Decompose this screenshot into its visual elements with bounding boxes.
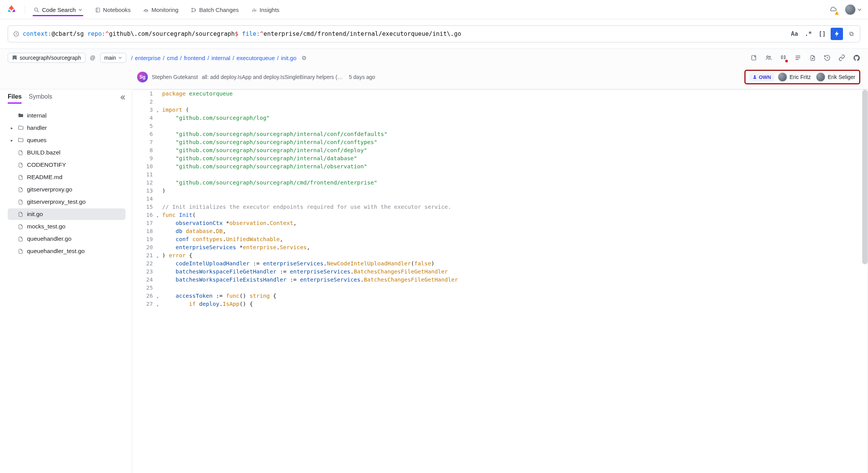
code-line[interactable]: if deploy.IsApp() { (159, 300, 868, 308)
code-line[interactable]: conf conftypes.UnifiedWatchable, (159, 235, 868, 243)
code-line[interactable]: import ( (159, 106, 868, 114)
code-line[interactable]: // Init initializes the executor endpoin… (159, 203, 868, 211)
line-number[interactable]: 3▾ (132, 106, 159, 114)
code-line[interactable]: "github.com/sourcegraph/sourcegraph/inte… (159, 138, 868, 146)
breadcrumb-segment[interactable]: frontend (184, 55, 205, 61)
logo[interactable] (6, 4, 17, 15)
wrap-lines-icon[interactable] (794, 54, 802, 62)
breadcrumb-segment[interactable]: internal (211, 55, 230, 61)
cloud-status-icon[interactable] (829, 5, 837, 14)
nav-insights[interactable]: Insights (250, 3, 280, 16)
breadcrumb-segment[interactable]: executorqueue (236, 55, 275, 61)
code-line[interactable] (159, 195, 868, 203)
tree-file[interactable]: gitserverproxy_test.go (8, 196, 126, 208)
code-line[interactable] (159, 284, 868, 292)
code-line[interactable]: "github.com/sourcegraph/sourcegraph/inte… (159, 146, 868, 154)
sidebar-tab-files[interactable]: Files (8, 91, 22, 104)
line-number[interactable]: 23 (132, 268, 159, 276)
breadcrumb-segment[interactable]: cmd (167, 55, 178, 61)
line-number[interactable]: 24 (132, 276, 159, 284)
history-icon[interactable] (823, 54, 831, 62)
run-search-button[interactable] (831, 28, 843, 40)
regex-toggle[interactable]: .* (803, 29, 814, 39)
structural-toggle[interactable]: [] (817, 29, 828, 39)
line-number[interactable]: 20 (132, 243, 159, 252)
line-number[interactable]: 12 (132, 179, 159, 187)
line-number[interactable]: 16▾ (132, 211, 159, 219)
code-line[interactable]: "github.com/sourcegraph/sourcegraph/inte… (159, 130, 868, 138)
commit-author[interactable]: Stephen Gutekanst (152, 74, 198, 80)
tree-folder[interactable]: ▸queues (8, 134, 126, 146)
code-line[interactable]: db database.DB, (159, 227, 868, 235)
breadcrumb-segment[interactable]: init.go (281, 55, 297, 61)
line-number[interactable]: 7 (132, 138, 159, 146)
search-box[interactable]: context:@cbart/sg repo:^github\.com/sour… (8, 25, 860, 42)
search-query[interactable]: context:@cbart/sg repo:^github\.com/sour… (23, 30, 786, 37)
tree-file[interactable]: gitserverproxy.go (8, 184, 126, 195)
code-line[interactable]: observationCtx *observation.Context, (159, 219, 868, 227)
code-line[interactable]: batchesWorkspaceFileExistsHandler := ent… (159, 276, 868, 284)
tree-file[interactable]: init.go (8, 208, 126, 220)
tree-folder[interactable]: internal (8, 110, 126, 121)
line-number[interactable]: 1 (132, 90, 159, 98)
line-number[interactable]: 17 (132, 219, 159, 227)
nav-monitoring[interactable]: Monitoring (142, 3, 179, 16)
code-line[interactable]: batchesWorkspaceFileGetHandler := enterp… (159, 268, 868, 276)
line-number[interactable]: 27▾ (132, 300, 159, 308)
line-number[interactable]: 4 (132, 114, 159, 122)
history-icon[interactable] (13, 30, 20, 37)
line-number[interactable]: 13 (132, 187, 159, 195)
view-on-codehost-icon[interactable] (853, 54, 860, 62)
commit-message[interactable]: all: add deploy.IsApp and deploy.IsSingl… (202, 74, 343, 80)
line-number[interactable]: 15 (132, 203, 159, 211)
line-number[interactable]: 5 (132, 122, 159, 130)
line-number[interactable]: 10 (132, 163, 159, 171)
line-number[interactable]: 22 (132, 260, 159, 268)
code-line[interactable]: func Init( (159, 211, 868, 219)
nav-code-search[interactable]: Code Search (33, 3, 83, 16)
owner[interactable]: Erik Seliger (816, 72, 855, 82)
line-number[interactable]: 19 (132, 235, 159, 243)
case-sensitive-toggle[interactable]: Aa (789, 29, 800, 39)
code-line[interactable]: codeIntelUploadHandler := enterpriseServ… (159, 260, 868, 268)
tree-file[interactable]: queuehandler_test.go (8, 245, 126, 257)
own-badge[interactable]: OWN (749, 73, 774, 81)
code-line[interactable]: ) (159, 187, 868, 195)
code-line[interactable]: "github.com/sourcegraph/log" (159, 114, 868, 122)
code-panel[interactable]: 1package executorqueue23▾import (4 "gith… (132, 89, 868, 473)
breadcrumb-segment[interactable]: enterprise (135, 55, 161, 61)
code-line[interactable]: enterpriseServices *enterprise.Services, (159, 243, 868, 252)
new-notebook-icon[interactable] (750, 54, 758, 62)
raw-download-icon[interactable] (809, 54, 816, 62)
line-number[interactable]: 26▾ (132, 292, 159, 300)
repo-pill[interactable]: sourcegraph/sourcegraph (8, 53, 85, 63)
owners-icon[interactable] (765, 54, 772, 62)
line-number[interactable]: 6 (132, 130, 159, 138)
copy-query-button[interactable] (846, 29, 857, 39)
code-line[interactable]: ) error { (159, 252, 868, 260)
code-line[interactable] (159, 122, 868, 130)
line-number[interactable]: 8 (132, 146, 159, 154)
line-number[interactable]: 14 (132, 195, 159, 203)
code-line[interactable] (159, 171, 868, 179)
permalink-icon[interactable] (838, 54, 846, 62)
scrollbar-thumb[interactable] (862, 90, 868, 264)
code-intel-icon[interactable] (779, 54, 787, 62)
code-line[interactable]: accessToken := func() string { (159, 292, 868, 300)
line-number[interactable]: 11 (132, 171, 159, 179)
code-line[interactable]: "github.com/sourcegraph/sourcegraph/inte… (159, 154, 868, 163)
tree-file[interactable]: queuehandler.go (8, 233, 126, 245)
user-menu[interactable] (845, 4, 862, 15)
nav-notebooks[interactable]: Notebooks (94, 3, 132, 16)
nav-batch-changes[interactable]: Batch Changes (190, 3, 240, 16)
line-number[interactable]: 2 (132, 98, 159, 106)
line-number[interactable]: 18 (132, 227, 159, 235)
branch-pill[interactable]: main (100, 53, 126, 63)
tree-folder[interactable]: ▸handler (8, 122, 126, 134)
code-view[interactable]: 1package executorqueue23▾import (4 "gith… (132, 90, 868, 308)
tree-file[interactable]: CODENOTIFY (8, 159, 126, 171)
code-line[interactable]: "github.com/sourcegraph/sourcegraph/inte… (159, 163, 868, 171)
tree-file[interactable]: mocks_test.go (8, 221, 126, 232)
sidebar-tab-symbols[interactable]: Symbols (28, 91, 52, 104)
collapse-sidebar-button[interactable] (119, 94, 126, 101)
